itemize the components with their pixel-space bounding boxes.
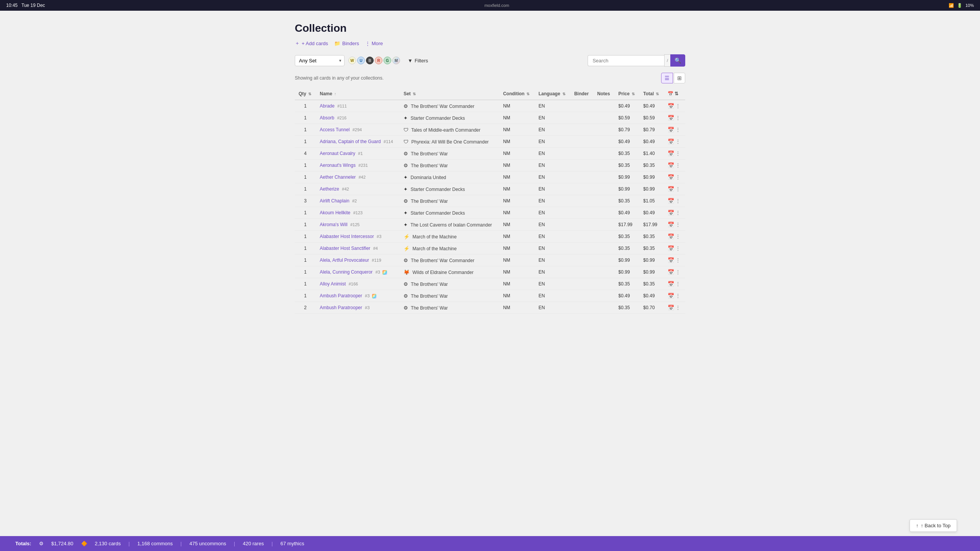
card-name-link[interactable]: Akroma's Will [320,222,347,227]
card-name-link[interactable]: Aetherize [320,186,339,192]
card-name-link[interactable]: Adriana, Captain of the Guard [320,139,381,144]
card-name-link[interactable]: Absorb [320,115,334,121]
cell-set: 🛡 Phyrexia: All Will Be One Commander [400,136,499,148]
more-row-icon[interactable]: ⋮ [675,293,681,299]
calendar-icon[interactable]: 📅 [668,139,674,145]
cell-actions: 📅 ⋮ [664,243,685,254]
calendar-icon[interactable]: 📅 [668,293,674,299]
mana-black-icon[interactable]: B [366,57,374,64]
more-button[interactable]: ⋮ More [365,41,383,46]
cell-qty: 1 [295,136,316,148]
cell-language: EN [535,183,570,195]
calendar-icon[interactable]: 📅 [668,198,674,204]
calendar-icon[interactable]: 📅 [668,150,674,156]
filters-button[interactable]: ▼ Filters [404,55,432,66]
calendar-icon[interactable]: 📅 [668,269,674,275]
card-name-link[interactable]: Alabaster Host Intercessor [320,234,374,239]
more-row-icon[interactable]: ⋮ [675,115,681,121]
grid-view-button[interactable]: ⊞ [674,73,685,83]
more-row-icon[interactable]: ⋮ [675,162,681,168]
card-name-link[interactable]: Aeronaut Cavalry [320,151,355,156]
more-row-icon[interactable]: ⋮ [675,198,681,204]
set-name: The Brothers' War [411,282,448,287]
more-row-icon[interactable]: ⋮ [675,305,681,311]
cell-qty: 1 [295,278,316,290]
cell-price: $0.35 [614,302,639,314]
col-price[interactable]: Price ⇅ [614,88,639,100]
card-name-link[interactable]: Alabaster Host Sanctifier [320,246,370,251]
add-cards-button[interactable]: ＋ + Add cards [295,40,328,47]
mana-white-icon[interactable]: W [348,57,356,64]
more-row-icon[interactable]: ⋮ [675,257,681,263]
card-number: #294 [353,127,362,132]
calendar-icon[interactable]: 📅 [668,305,674,311]
mana-green-icon[interactable]: G [384,57,391,64]
back-to-top-button[interactable]: ↑ ↑ Back to Top [910,519,957,532]
mana-blue-icon[interactable]: U [357,57,365,64]
card-name-link[interactable]: Aether Channeler [320,174,356,180]
calendar-icon[interactable]: 📅 [668,162,674,168]
binders-button[interactable]: 📁 Binders [334,41,359,46]
search-input[interactable] [588,55,664,66]
calendar-icon[interactable]: 📅 [668,103,674,109]
col-binder[interactable]: Binder [570,88,593,100]
card-name-link[interactable]: Alela, Artful Provocateur [320,258,369,263]
col-total[interactable]: Total ⇅ [639,88,663,100]
calendar-icon[interactable]: 📅 [668,281,674,287]
more-row-icon[interactable]: ⋮ [675,150,681,156]
calendar-icon[interactable]: 📅 [668,257,674,263]
cell-language: EN [535,171,570,183]
set-icon: ✦ [403,186,408,192]
search-button[interactable]: 🔍 [670,54,685,67]
col-qty[interactable]: Qty ⇅ [295,88,316,100]
calendar-icon[interactable]: 📅 [668,222,674,228]
list-view-button[interactable]: ☰ [661,73,673,83]
cell-language: EN [535,148,570,160]
cell-actions: 📅 ⋮ [664,160,685,171]
card-name-link[interactable]: Abrade [320,103,335,109]
set-select[interactable]: Any Set [295,55,345,66]
more-row-icon[interactable]: ⋮ [675,103,681,109]
mana-red-icon[interactable]: R [375,57,382,64]
cell-total: $0.59 [639,112,663,124]
calendar-icon[interactable]: 📅 [668,186,674,192]
card-name-link[interactable]: Access Tunnel [320,127,350,132]
card-number: #231 [358,163,368,168]
col-language[interactable]: Language ⇅ [535,88,570,100]
calendar-icon[interactable]: 📅 [668,245,674,251]
more-row-icon[interactable]: ⋮ [675,174,681,180]
more-row-icon[interactable]: ⋮ [675,139,681,145]
card-name-link[interactable]: Ambush Paratrooper [320,305,362,310]
mana-multi-icon[interactable]: M [392,57,400,64]
more-row-icon[interactable]: ⋮ [675,245,681,251]
more-row-icon[interactable]: ⋮ [675,186,681,192]
set-name: Starter Commander Decks [411,116,465,121]
calendar-icon[interactable]: 📅 [668,210,674,216]
col-set[interactable]: Set ⇅ [400,88,499,100]
calendar-icon[interactable]: 📅 [668,115,674,121]
card-name-link[interactable]: Alela, Cunning Conqueror [320,269,372,275]
cell-total: $0.49 [639,100,663,112]
col-name[interactable]: Name ↑ [316,88,400,100]
cell-price: $0.99 [614,254,639,266]
col-notes[interactable]: Notes [593,88,614,100]
calendar-icon[interactable]: 📅 [668,174,674,180]
cell-condition: NM [499,195,535,207]
calendar-icon[interactable]: 📅 [668,127,674,133]
more-row-icon[interactable]: ⋮ [675,210,681,216]
cell-condition: NM [499,266,535,278]
more-row-icon[interactable]: ⋮ [675,127,681,133]
more-row-icon[interactable]: ⋮ [675,222,681,228]
calendar-icon[interactable]: 📅 [668,233,674,240]
cell-actions: 📅 ⋮ [664,148,685,160]
more-row-icon[interactable]: ⋮ [675,281,681,287]
card-name-link[interactable]: Alloy Animist [320,281,346,287]
more-row-icon[interactable]: ⋮ [675,233,681,240]
card-name-link[interactable]: Ambush Paratrooper [320,293,362,298]
card-name-link[interactable]: Airlift Chaplain [320,198,349,204]
card-name-link[interactable]: Akoum Hellkite [320,210,350,215]
card-name-link[interactable]: Aeronaut's Wings [320,163,356,168]
col-condition[interactable]: Condition ⇅ [499,88,535,100]
set-icon: ⚡ [403,246,410,251]
more-row-icon[interactable]: ⋮ [675,269,681,275]
